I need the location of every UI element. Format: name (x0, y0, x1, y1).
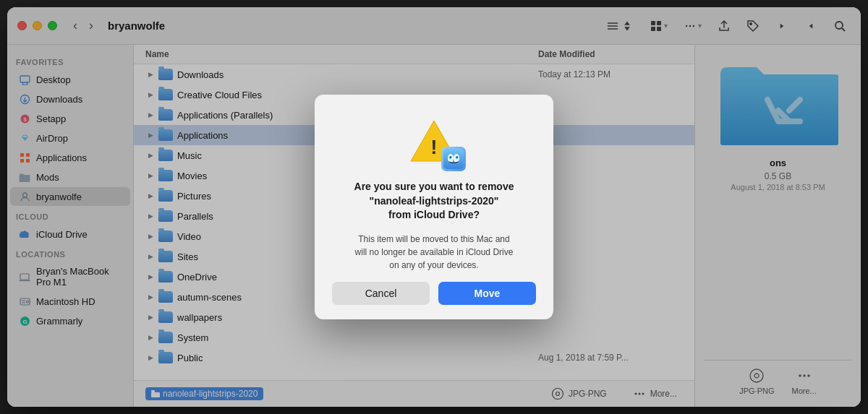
svg-text:!: ! (430, 136, 437, 158)
svg-point-53 (456, 157, 458, 158)
modal-dialog: ! (315, 95, 553, 319)
svg-point-52 (450, 157, 451, 158)
cancel-button[interactable]: Cancel (332, 282, 430, 305)
move-button[interactable]: Move (438, 282, 536, 305)
modal-buttons: Cancel Move (332, 282, 536, 305)
modal-body: This item will be moved to this Mac andw… (355, 233, 514, 272)
finder-badge-icon (441, 147, 466, 171)
finder-window: ‹ › bryanwolfe (7, 7, 861, 407)
modal-title: Are you sure you want to remove "nanolea… (354, 180, 514, 223)
svg-rect-47 (443, 149, 464, 169)
modal-overlay: ! (7, 7, 861, 407)
modal-icon-area: ! (405, 112, 463, 170)
